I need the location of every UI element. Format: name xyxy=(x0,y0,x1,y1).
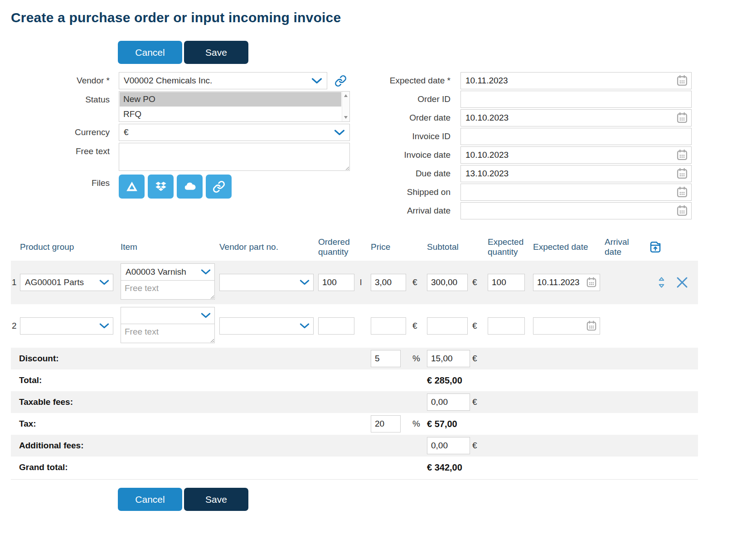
calendar-icon[interactable] xyxy=(676,204,688,217)
expected-date-input[interactable] xyxy=(461,73,691,89)
additional-fees-row: Additional fees: € xyxy=(11,435,698,457)
scroll-up-icon[interactable] xyxy=(344,94,348,97)
calendar-icon[interactable] xyxy=(676,167,688,180)
vendor-value: V00002 Chemicals Inc. xyxy=(124,76,212,86)
currency-value: € xyxy=(124,127,129,137)
arrival-date-input[interactable] xyxy=(461,203,691,219)
subtotal-currency: € xyxy=(472,321,488,331)
calendar-icon[interactable] xyxy=(586,277,597,288)
onedrive-button[interactable] xyxy=(177,175,203,199)
status-scrollbar[interactable] xyxy=(342,92,349,121)
totals-section: Discount: % € Total: € 285,00 Taxable fe… xyxy=(11,348,698,480)
discount-percent-input[interactable] xyxy=(371,350,401,367)
invoice-id-input[interactable] xyxy=(461,128,691,145)
additional-fees-input[interactable] xyxy=(427,437,470,454)
grand-total-label: Grand total: xyxy=(11,462,371,472)
free-text-area[interactable] xyxy=(119,143,350,171)
order-id-input[interactable] xyxy=(461,91,691,107)
scroll-down-icon[interactable] xyxy=(344,116,348,119)
calendar-icon[interactable] xyxy=(676,186,688,199)
item-free-text-area[interactable] xyxy=(121,324,215,343)
archive-upload-icon[interactable] xyxy=(648,240,663,254)
discount-percent-sign: % xyxy=(412,354,427,364)
item-select[interactable]: A00003 Varnish xyxy=(121,263,215,281)
product-group-select[interactable]: AG00001 Parts xyxy=(20,274,113,291)
chevron-down-icon xyxy=(99,323,109,329)
grand-total-value: € 342,00 xyxy=(427,462,605,473)
unit-label: l xyxy=(360,277,371,287)
invoice-date-input[interactable] xyxy=(461,147,691,163)
cancel-button[interactable]: Cancel xyxy=(118,41,182,64)
currency-select[interactable]: € xyxy=(119,124,350,141)
arrival-date-label: Arrival date xyxy=(379,202,460,219)
col-product-group: Product group xyxy=(20,242,121,252)
discount-label: Discount: xyxy=(11,354,371,364)
calendar-icon[interactable] xyxy=(676,74,688,87)
subtotal-input[interactable] xyxy=(427,317,468,335)
tax-percent-input[interactable] xyxy=(371,415,401,432)
order-date-input[interactable] xyxy=(461,110,691,126)
price-currency: € xyxy=(412,277,427,287)
page-title: Create a purchase order or input incomin… xyxy=(11,10,756,25)
attach-link-button[interactable] xyxy=(206,175,232,199)
col-item: Item xyxy=(121,242,219,252)
total-value: € 285,00 xyxy=(427,375,605,386)
chevron-down-icon xyxy=(311,78,322,84)
item-free-text-area[interactable] xyxy=(121,281,215,300)
product-group-select[interactable] xyxy=(20,317,113,335)
item-value: A00003 Varnish xyxy=(126,267,186,277)
arrival-date-field xyxy=(460,202,692,219)
status-option-new-po[interactable]: New PO xyxy=(120,92,341,107)
line-number: 2 xyxy=(11,321,20,331)
vendor-part-no-select[interactable] xyxy=(219,317,314,335)
reorder-row-icon[interactable] xyxy=(657,275,666,290)
bottom-action-bar: Cancel Save xyxy=(118,488,756,511)
price-currency: € xyxy=(412,321,427,331)
save-button[interactable]: Save xyxy=(184,41,248,64)
calendar-icon[interactable] xyxy=(586,320,597,332)
vendor-link-icon[interactable] xyxy=(334,75,347,87)
taxable-fees-input[interactable] xyxy=(427,393,470,411)
vendor-part-no-select[interactable] xyxy=(219,274,314,291)
total-row: Total: € 285,00 xyxy=(11,369,698,391)
price-input[interactable] xyxy=(371,274,406,291)
order-header-form: Vendor * V00002 Chemicals Inc. Status Ne… xyxy=(11,72,756,221)
ordered-quantity-input[interactable] xyxy=(318,317,354,335)
line-number: 1 xyxy=(11,277,20,287)
item-select[interactable] xyxy=(121,307,215,324)
order-date-field xyxy=(460,109,692,126)
shipped-on-label: Shipped on xyxy=(379,184,460,201)
chevron-down-icon xyxy=(300,280,310,285)
order-date-label: Order date xyxy=(379,109,460,126)
vendor-select[interactable]: V00002 Chemicals Inc. xyxy=(119,72,327,89)
taxable-fees-row: Taxable fees: € xyxy=(11,391,698,413)
dropbox-button[interactable] xyxy=(148,175,174,199)
price-input[interactable] xyxy=(371,317,406,335)
col-expected-quantity: Expected quantity xyxy=(488,237,533,257)
save-button[interactable]: Save xyxy=(184,488,248,511)
discount-amount-input[interactable] xyxy=(427,350,470,367)
delete-row-icon[interactable] xyxy=(674,275,697,290)
calendar-icon[interactable] xyxy=(676,112,688,124)
shipped-on-input[interactable] xyxy=(461,184,691,200)
subtotal-input[interactable] xyxy=(427,274,468,291)
row-expected-date-field xyxy=(533,274,600,291)
discount-row: Discount: % € xyxy=(11,348,698,369)
due-date-input[interactable] xyxy=(461,165,691,182)
taxable-fees-label: Taxable fees: xyxy=(11,397,371,407)
status-label: Status xyxy=(11,91,119,122)
onedrive-cloud-icon xyxy=(183,180,197,194)
ordered-quantity-input[interactable] xyxy=(318,274,354,291)
col-arrival-date: Arrival date xyxy=(605,237,648,257)
expected-quantity-input[interactable] xyxy=(488,317,525,335)
cancel-button[interactable]: Cancel xyxy=(118,488,182,511)
google-drive-icon xyxy=(125,180,139,194)
calendar-icon[interactable] xyxy=(676,149,688,161)
form-right-column: Expected date * Order ID Order date xyxy=(379,72,703,221)
status-option-rfq[interactable]: RFQ xyxy=(120,107,341,121)
files-label: Files xyxy=(11,175,119,199)
subtotal-currency: € xyxy=(472,277,488,287)
expected-quantity-input[interactable] xyxy=(488,274,525,291)
expected-date-field xyxy=(460,72,692,89)
google-drive-button[interactable] xyxy=(119,175,145,199)
